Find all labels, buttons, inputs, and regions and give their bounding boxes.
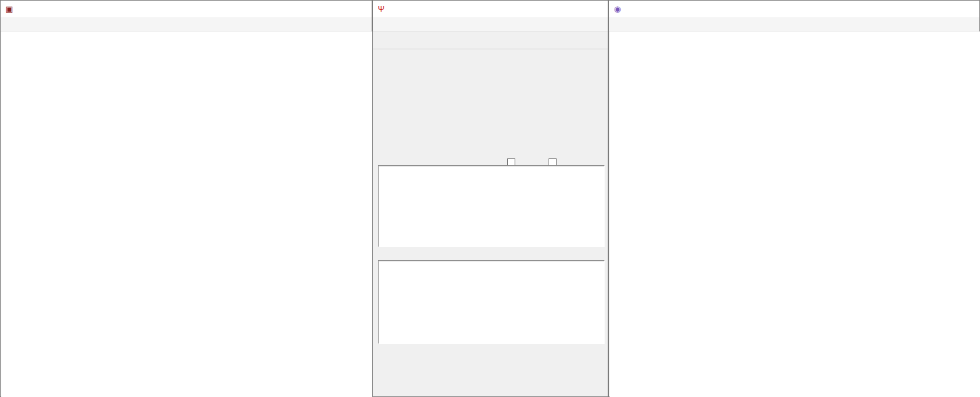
pattern-app-icon: ◉ — [614, 4, 621, 14]
polar-chart[interactable] — [610, 31, 980, 397]
pattern-close-button[interactable] — [958, 1, 979, 17]
main-form — [373, 1, 609, 397]
geometry-statusbar — [1, 380, 372, 397]
pattern-maximize-button[interactable] — [937, 1, 958, 17]
pattern-titlebar[interactable]: ◉ — [609, 1, 979, 18]
pattern-minimize-button[interactable] — [917, 1, 937, 17]
geometry-close-button[interactable] — [351, 1, 372, 17]
main-window: Ψ — [372, 0, 608, 397]
geometry-maximize-button[interactable] — [330, 1, 351, 17]
environment-textbox[interactable] — [378, 165, 605, 247]
geometry-info-bar — [1, 31, 372, 45]
pattern-chart-area — [610, 31, 980, 397]
geometry-window: ▣ — [0, 0, 372, 397]
comment-textbox[interactable] — [378, 260, 605, 344]
geometry-3d-view[interactable] — [1, 45, 372, 380]
pattern-menubar — [609, 17, 979, 31]
geometry-menubar — [1, 17, 372, 31]
app-stage: ▣ Ψ — [0, 0, 980, 397]
pattern-window: ◉ — [608, 0, 980, 397]
geometry-minimize-button[interactable] — [309, 1, 330, 17]
geometry-titlebar[interactable]: ▣ — [1, 1, 372, 18]
geometry-app-icon: ▣ — [6, 4, 13, 14]
